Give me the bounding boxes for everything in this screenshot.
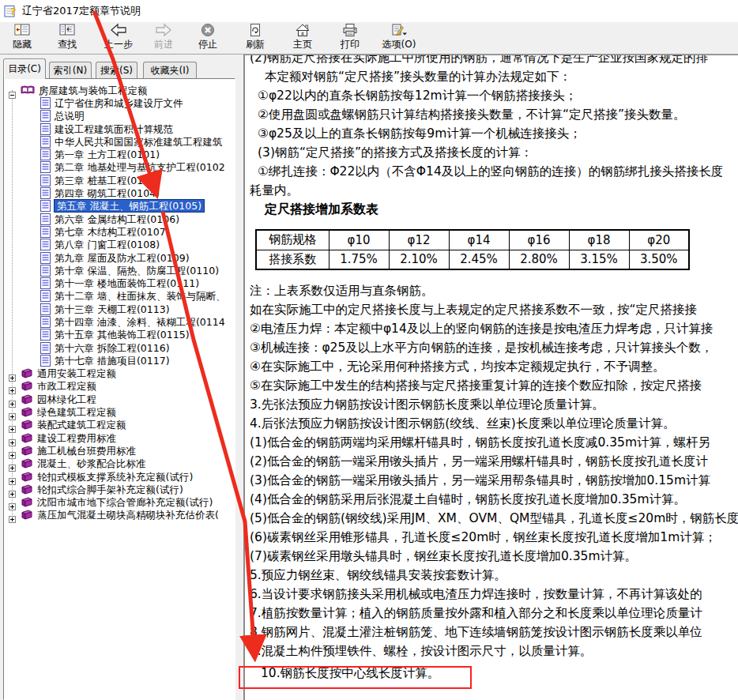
tree-item-label[interactable]: 第五章 混凝土、钢筋工程(0105) [55, 200, 204, 212]
tab-index[interactable]: 索引(N) [49, 62, 92, 79]
tree-item-label[interactable]: 第三章 桩基工程(0103) [55, 175, 160, 186]
table-header-cell: 钢筋规格 [256, 230, 329, 250]
table-header-cell: φ12 [389, 230, 449, 250]
tree-item[interactable]: 第九章 屋面及防水工程(0109) [4, 251, 235, 264]
tree-item-label[interactable]: 建设工程建筑面积计算规范 [55, 123, 173, 135]
tree-item[interactable]: 第四章 砌筑工程(0104) [4, 186, 235, 199]
find-button[interactable]: 查找 [50, 23, 85, 53]
tree-item[interactable]: 第五章 混凝土、钢筋工程(0105) [4, 200, 235, 213]
tree-item[interactable]: 第二章 地基处理与基坑支护工程(0102 [4, 161, 235, 174]
tree-item-label[interactable]: 第十一章 楼地面装饰工程(0111) [55, 277, 199, 289]
collapse-minus-icon[interactable] [9, 87, 16, 94]
tree-item-label[interactable]: 绿色建筑工程定额 [37, 406, 116, 418]
tree-item-label[interactable]: 第二章 地基处理与基坑支护工程(0102 [55, 161, 225, 173]
expand-plus-icon[interactable] [9, 460, 16, 467]
tree-item[interactable]: 绿色建筑工程定额 [4, 405, 235, 418]
content-pane[interactable]: (2)钢筋定尺搭接在实际施工中所使用的钢筋，通常情况下是生产企业按国家规定的排本… [243, 55, 738, 700]
tree-item[interactable]: 第十五章 其他装饰工程(0115) [4, 329, 235, 341]
tree-item-label[interactable]: 园林绿化工程 [37, 393, 96, 405]
tree-item[interactable]: 第十一章 楼地面装饰工程(0111) [4, 277, 235, 289]
tree-item[interactable]: 建设工程费用标准 [4, 431, 235, 444]
expand-plus-icon[interactable] [9, 447, 16, 454]
tree-item-label[interactable]: 第十四章 油漆、涂料、裱糊工程(0114 [55, 316, 225, 328]
tree-item-label[interactable]: 轮扣式模板支撑系统补充定额(试行) [37, 471, 193, 483]
tree-item[interactable]: 第三章 桩基工程(0103) [4, 174, 235, 186]
tree-item[interactable]: 房屋建筑与装饰工程定额 [4, 84, 235, 96]
tree-item[interactable]: 第十二章 墙、柱面抹灰、装饰与隔断、 [4, 290, 235, 303]
tree-item-label[interactable]: 第十二章 墙、柱面抹灰、装饰与隔断、 [55, 290, 225, 302]
tree-item-label[interactable]: 施工机械台班费用标准 [37, 445, 136, 457]
tree-item-label[interactable]: 第十六章 拆除工程(0116) [55, 342, 170, 354]
tree-item[interactable]: 第一章 土方工程(0101) [4, 148, 235, 160]
refresh-button[interactable]: 刷新 [238, 23, 273, 53]
print-button[interactable]: 打印 [333, 23, 367, 53]
tree-item-label[interactable]: 蒸压加气混凝土砌块高精砌块补充估价表( [37, 509, 219, 521]
tree-item-label[interactable]: 第一章 土方工程(0101) [55, 149, 160, 160]
expand-plus-icon[interactable] [9, 396, 16, 403]
tree-item[interactable]: 装配式建筑工程定额 [4, 419, 235, 431]
hide-button[interactable]: 隐藏 [5, 23, 40, 53]
tree-item[interactable]: 通用安装工程定额 [4, 367, 235, 380]
tree-item-label[interactable]: 第四章 砌筑工程(0104) [55, 187, 160, 199]
tree-item-label[interactable]: 第九章 屋面及防水工程(0109) [55, 252, 190, 264]
tree-item[interactable]: 第十三章 天棚工程(0113) [4, 303, 235, 315]
expand-plus-icon[interactable] [9, 408, 16, 416]
tree-item-label[interactable]: 总说明 [55, 110, 85, 122]
content-line: 3.先张法预应力钢筋按设计图示钢筋长度乘以单位理论质量计算。 [245, 395, 738, 414]
tab-contents[interactable]: 目录(C) [3, 58, 46, 79]
expand-plus-icon[interactable] [9, 421, 16, 428]
tree-item[interactable]: 园林绿化工程 [4, 393, 235, 405]
tree-item[interactable]: 第六章 金属结构工程(0106) [4, 213, 235, 225]
tree-item-label[interactable]: 建设工程费用标准 [37, 432, 116, 444]
expand-plus-icon[interactable] [9, 382, 16, 390]
tree-item[interactable]: 混凝土、砂浆配合比标准 [4, 457, 235, 470]
tree-item[interactable]: 中华人民共和国国家标准建筑工程建筑 [4, 135, 235, 148]
tree-item[interactable]: 市政工程定额 [4, 380, 235, 393]
tree-item-label[interactable]: 第六章 金属结构工程(0106) [55, 213, 179, 225]
tree-item-label[interactable]: 第十五章 其他装饰工程(0115) [55, 329, 190, 341]
tree-item-label[interactable]: 轮扣式综合脚手架补充定额(试行) [37, 484, 183, 495]
tree-item-label[interactable]: 装配式建筑工程定额 [37, 419, 126, 431]
tree-item-label[interactable]: 中华人民共和国国家标准建筑工程建筑 [55, 136, 223, 148]
tree-item[interactable]: 沈阳市城市地下综合管廊补充定额(试行) [4, 496, 235, 509]
tree-item[interactable]: 第七章 木结构工程(0107) [4, 225, 235, 238]
content-line: ①绑扎连接：Φ22以内（不含Φ14及以上的竖向钢筋的连接）的钢筋绑扎接头搭接长度 [245, 162, 738, 181]
contents-tree[interactable]: 房屋建筑与装饰工程定额辽宁省住房和城乡建设厅文件总说明建设工程建筑面积计算规范中… [3, 78, 235, 700]
tree-item[interactable]: 总说明 [4, 110, 235, 122]
tree-item-label[interactable]: 第七章 木结构工程(0107) [55, 226, 170, 238]
tree-item-label[interactable]: 混凝土、砂浆配合比标准 [37, 457, 146, 469]
tree-item-label[interactable]: 沈阳市城市地下综合管廊补充定额(试行) [37, 496, 213, 508]
expand-plus-icon[interactable] [9, 473, 16, 480]
stop-button[interactable]: 停止 [190, 23, 225, 53]
tree-item-label[interactable]: 第十三章 天棚工程(0113) [55, 303, 170, 315]
expand-plus-icon[interactable] [9, 511, 16, 518]
tree-item-label[interactable]: 通用安装工程定额 [37, 367, 116, 379]
expand-plus-icon[interactable] [9, 370, 16, 377]
tree-item[interactable]: 轮扣式模板支撑系统补充定额(试行) [4, 470, 235, 483]
home-button[interactable]: 主页 [285, 23, 320, 53]
options-button[interactable]: 选项(O) [377, 23, 421, 53]
back-button[interactable]: 上一步 [96, 23, 141, 53]
tree-item[interactable]: 第十七章 措施项目(0117) [4, 354, 235, 367]
tree-item-label[interactable]: 房屋建筑与装饰工程定额 [39, 85, 148, 96]
tree-item-label[interactable]: 第八章 门窗工程(0108) [55, 239, 160, 250]
tree-item[interactable]: 施工机械台班费用标准 [4, 444, 235, 457]
tree-item[interactable]: 蒸压加气混凝土砌块高精砌块补充估价表( [4, 509, 235, 521]
tree-item-label[interactable]: 辽宁省住房和城乡建设厅文件 [55, 97, 183, 109]
expand-plus-icon[interactable] [9, 435, 16, 442]
tree-item[interactable]: 辽宁省住房和城乡建设厅文件 [4, 96, 235, 109]
tree-item-label[interactable]: 市政工程定额 [37, 380, 96, 392]
tree-item[interactable]: 第八章 门窗工程(0108) [4, 239, 235, 251]
tree-item[interactable]: 第十四章 油漆、涂料、裱糊工程(0114 [4, 315, 235, 328]
tree-item[interactable]: 建设工程建筑面积计算规范 [4, 122, 235, 135]
tree-item[interactable]: 轮扣式综合脚手架补充定额(试行) [4, 483, 235, 495]
tree-item-label[interactable]: 第十章 保温、隔热、防腐工程(0110) [55, 265, 219, 277]
expand-plus-icon[interactable] [9, 486, 16, 493]
expand-plus-icon[interactable] [9, 499, 16, 506]
tab-favorites[interactable]: 收藏夹(I) [143, 62, 197, 79]
tab-search[interactable]: 搜索(S) [96, 62, 137, 79]
print-button-label: 打印 [341, 39, 360, 50]
tree-item-label[interactable]: 第十七章 措施项目(0117) [55, 355, 170, 367]
tree-item[interactable]: 第十六章 拆除工程(0116) [4, 341, 235, 354]
tree-item[interactable]: 第十章 保温、隔热、防腐工程(0110) [4, 264, 235, 277]
